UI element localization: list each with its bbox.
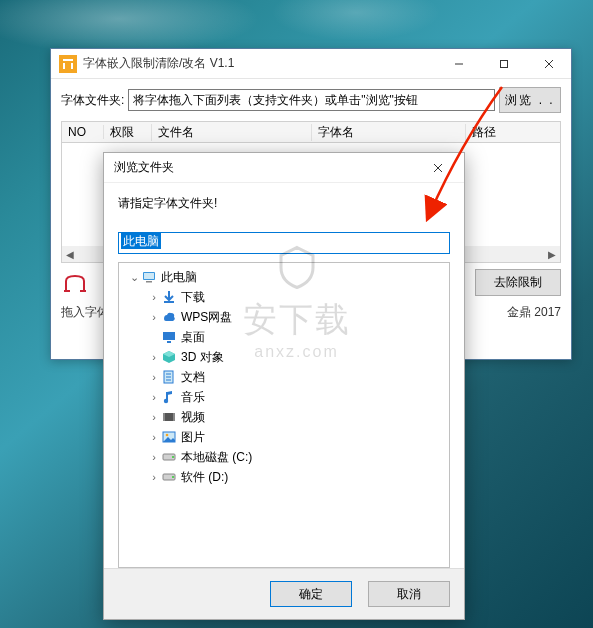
chevron-right-icon[interactable]: › <box>147 291 161 303</box>
tree-node-label: 桌面 <box>181 329 205 346</box>
svg-rect-14 <box>167 341 171 343</box>
tree-node-label: 文档 <box>181 369 205 386</box>
scroll-right-icon[interactable]: ▶ <box>544 246 560 262</box>
tree-node[interactable]: 桌面 <box>121 327 447 347</box>
tree-node-label: 3D 对象 <box>181 349 224 366</box>
app-icon <box>59 55 77 73</box>
svg-point-19 <box>164 399 168 403</box>
3d-icon <box>161 349 177 365</box>
col-file[interactable]: 文件名 <box>152 124 312 141</box>
tree-node[interactable]: ›本地磁盘 (C:) <box>121 447 447 467</box>
close-button[interactable] <box>526 49 571 78</box>
tree-node[interactable]: ›视频 <box>121 407 447 427</box>
maximize-button[interactable] <box>481 49 526 78</box>
tree-node-label: 此电脑 <box>161 269 197 286</box>
selected-folder-text: 此电脑 <box>121 233 161 249</box>
dialog-footer: 确定 取消 <box>104 568 464 619</box>
chevron-right-icon[interactable]: › <box>147 371 161 383</box>
dialog-titlebar: 浏览文件夹 <box>104 153 464 183</box>
chevron-right-icon[interactable]: › <box>147 351 161 363</box>
tree-node-label: 视频 <box>181 409 205 426</box>
col-perm[interactable]: 权限 <box>104 124 152 141</box>
downloads-icon <box>161 289 177 305</box>
disk-icon <box>161 449 177 465</box>
tree-node-label: 软件 (D:) <box>181 469 228 486</box>
desktop-icon <box>161 329 177 345</box>
svg-rect-4 <box>500 60 507 67</box>
disk-icon <box>161 469 177 485</box>
svg-point-26 <box>172 456 174 458</box>
svg-rect-10 <box>144 273 154 279</box>
music-icon <box>161 389 177 405</box>
col-font[interactable]: 字体名 <box>312 124 466 141</box>
chevron-right-icon[interactable]: › <box>147 391 161 403</box>
tree-node-label: 音乐 <box>181 389 205 406</box>
col-no[interactable]: NO <box>62 125 104 139</box>
tree-node[interactable]: ›文档 <box>121 367 447 387</box>
tree-node-label: 图片 <box>181 429 205 446</box>
tree-node[interactable]: ›WPS网盘 <box>121 307 447 327</box>
chevron-right-icon[interactable]: › <box>147 471 161 483</box>
tree-node[interactable]: ›音乐 <box>121 387 447 407</box>
svg-rect-22 <box>173 413 175 421</box>
dialog-close-button[interactable] <box>415 154 460 182</box>
pictures-icon <box>161 429 177 445</box>
folder-tree[interactable]: ⌄此电脑›下载›WPS网盘桌面›3D 对象›文档›音乐›视频›图片›本地磁盘 (… <box>118 262 450 568</box>
titlebar: 字体嵌入限制清除/改名 V1.1 <box>51 49 571 79</box>
videos-icon <box>161 409 177 425</box>
tree-node-label: 下载 <box>181 289 205 306</box>
chevron-right-icon[interactable]: › <box>147 411 161 423</box>
wps-icon <box>161 309 177 325</box>
svg-rect-1 <box>71 63 73 69</box>
chevron-right-icon[interactable]: › <box>147 431 161 443</box>
dialog-title: 浏览文件夹 <box>114 159 174 176</box>
folder-label: 字体文件夹: <box>61 92 124 109</box>
browse-folder-dialog: 浏览文件夹 请指定字体文件夹! 此电脑 ⌄此电脑›下载›WPS网盘桌面›3D 对… <box>103 152 465 620</box>
col-path[interactable]: 路径 <box>466 124 560 141</box>
tree-node[interactable]: ›下载 <box>121 287 447 307</box>
tree-node-label: WPS网盘 <box>181 309 232 326</box>
browse-button[interactable]: 浏览 . . <box>499 87 561 113</box>
remove-limit-button[interactable]: 去除限制 <box>475 269 561 296</box>
selected-folder-input[interactable]: 此电脑 <box>118 232 450 254</box>
svg-rect-21 <box>163 413 165 421</box>
svg-rect-0 <box>63 63 65 69</box>
scroll-left-icon[interactable]: ◀ <box>62 246 78 262</box>
chevron-down-icon[interactable]: ⌄ <box>127 271 141 284</box>
tree-node[interactable]: ›3D 对象 <box>121 347 447 367</box>
documents-icon <box>161 369 177 385</box>
svg-point-24 <box>166 434 169 437</box>
tree-node[interactable]: ›软件 (D:) <box>121 467 447 487</box>
svg-rect-2 <box>63 59 73 61</box>
tree-node[interactable]: ⌄此电脑 <box>121 267 447 287</box>
svg-rect-11 <box>146 281 152 283</box>
svg-point-28 <box>172 476 174 478</box>
list-header: NO 权限 文件名 字体名 路径 <box>61 121 561 143</box>
svg-rect-12 <box>164 301 174 303</box>
pc-icon <box>141 269 157 285</box>
folder-input[interactable] <box>128 89 495 111</box>
chevron-right-icon[interactable]: › <box>147 311 161 323</box>
window-title: 字体嵌入限制清除/改名 V1.1 <box>83 55 234 72</box>
ok-button[interactable]: 确定 <box>270 581 352 607</box>
cancel-button[interactable]: 取消 <box>368 581 450 607</box>
window-controls <box>436 49 571 78</box>
tree-node-label: 本地磁盘 (C:) <box>181 449 252 466</box>
logo-icon <box>61 271 89 295</box>
hint-text: 拖入字体 <box>61 304 109 321</box>
tree-node[interactable]: ›图片 <box>121 427 447 447</box>
chevron-right-icon[interactable]: › <box>147 451 161 463</box>
dialog-body: 请指定字体文件夹! 此电脑 ⌄此电脑›下载›WPS网盘桌面›3D 对象›文档›音… <box>104 183 464 568</box>
author-text: 金鼎 2017 <box>507 304 561 321</box>
minimize-button[interactable] <box>436 49 481 78</box>
folder-row: 字体文件夹: 浏览 . . <box>61 87 561 113</box>
svg-rect-13 <box>163 332 175 340</box>
dialog-message: 请指定字体文件夹! <box>118 195 450 212</box>
